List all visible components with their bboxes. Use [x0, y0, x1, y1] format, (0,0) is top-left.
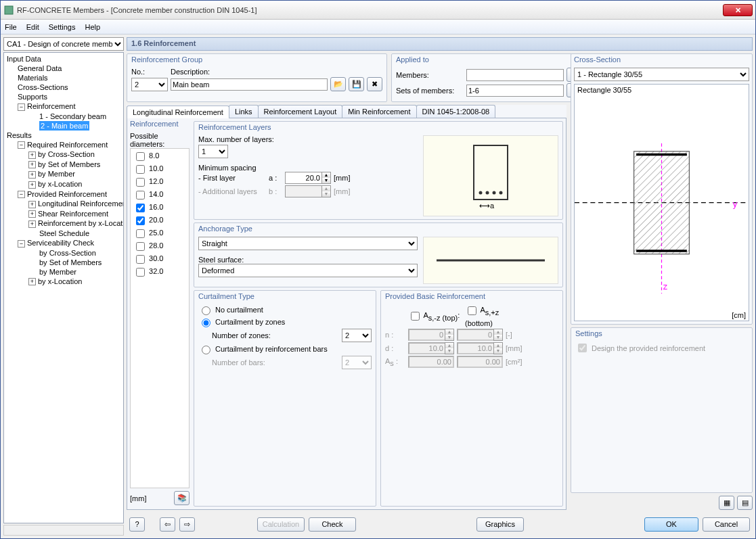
diam-30.0[interactable]: 30.0	[133, 253, 186, 266]
members-input[interactable]	[466, 69, 564, 81]
radio-no-curtail[interactable]	[202, 306, 210, 315]
bot-checkbox[interactable]	[468, 306, 476, 315]
svg-point-5	[499, 191, 503, 195]
top-checkbox[interactable]	[411, 312, 420, 321]
nav-tree[interactable]: Input Data General Data Materials Cross-…	[3, 52, 124, 523]
diam-25.0[interactable]: 25.0	[133, 227, 186, 240]
check-button[interactable]: Check	[309, 517, 356, 532]
collapse-icon[interactable]: −	[18, 141, 25, 149]
members-label: Members:	[396, 71, 464, 79]
possible-label: Possible diameters:	[130, 132, 190, 148]
case-select[interactable]: CA1 - Design of concrete memb	[3, 37, 124, 51]
diam-10.0[interactable]: 10.0	[133, 163, 186, 176]
max-layers-select[interactable]: 1	[198, 145, 228, 158]
collapse-icon[interactable]: −	[18, 191, 25, 198]
radio-zones[interactable]	[202, 319, 210, 327]
diam-8.0[interactable]: 8.0	[133, 150, 186, 163]
menu-settings[interactable]: Settings	[49, 23, 76, 31]
expand-icon[interactable]: +	[28, 210, 36, 218]
nzones-select[interactable]: 2	[342, 329, 372, 342]
surface-select[interactable]: Deformed	[198, 264, 418, 277]
anchorage-type-select[interactable]: Straight	[198, 237, 418, 250]
svg-text:y: y	[733, 199, 738, 209]
menu-edit[interactable]: Edit	[26, 23, 39, 31]
diam-14.0[interactable]: 14.0	[133, 189, 186, 202]
diam-20.0[interactable]: 20.0	[133, 214, 186, 227]
h-scrollbar[interactable]	[3, 525, 124, 536]
tab-layout[interactable]: Reinforcement Layout	[258, 105, 343, 118]
tree-req-cs[interactable]: +by Cross-Section	[4, 149, 123, 160]
d-bot-input: ▲▼	[457, 342, 503, 354]
menu-help[interactable]: Help	[85, 23, 100, 31]
tree-req-set[interactable]: +by Set of Members	[4, 160, 123, 170]
cancel-button[interactable]: Cancel	[703, 517, 750, 532]
tab-longitudinal[interactable]: Longitudinal Reinforcement	[127, 106, 229, 118]
expand-icon[interactable]: +	[28, 220, 36, 228]
delete-icon[interactable]: ✖	[367, 77, 382, 91]
tree-results[interactable]: Results	[4, 131, 123, 140]
next-icon[interactable]: ⇨	[179, 517, 195, 532]
diam-12.0[interactable]: 12.0	[133, 176, 186, 189]
diam-16.0[interactable]: 16.0	[133, 202, 186, 214]
library-icon[interactable]: 📚	[174, 491, 190, 505]
folder-open-icon[interactable]: 📂	[330, 77, 346, 91]
tree-req-x[interactable]: +by x-Location	[4, 179, 123, 189]
tree-cross-sections[interactable]: Cross-Sections	[4, 83, 123, 92]
graphics-button[interactable]: Graphics	[476, 517, 524, 532]
tree-reinforcement[interactable]: −Reinforcement	[4, 101, 123, 112]
tree-supports[interactable]: Supports	[4, 92, 123, 101]
help-icon[interactable]: ?	[129, 517, 145, 532]
tree-prov-x[interactable]: +Reinforcement by x-Location	[4, 218, 123, 229]
sets-input[interactable]	[466, 85, 564, 97]
expand-icon[interactable]: +	[28, 278, 36, 285]
window: RF-CONCRETE Members - [Concrete member c…	[0, 0, 756, 539]
save-icon[interactable]: 💾	[349, 77, 364, 91]
tree-serv-cs[interactable]: by Cross-Section	[4, 248, 123, 258]
calculation-button[interactable]: Calculation	[257, 517, 305, 532]
collapse-icon[interactable]: −	[18, 103, 25, 111]
tree-req-member[interactable]: +by Member	[4, 169, 123, 179]
view-icon-1[interactable]: ▦	[719, 496, 734, 510]
tree-prov-shear[interactable]: +Shear Reinforcement	[4, 209, 123, 219]
diameter-list: 8.0 10.0 12.0 14.0 16.0 20.0 25.0 28.0 3…	[130, 148, 190, 488]
tab-din[interactable]: DIN 1045-1:2008-08	[416, 105, 496, 118]
tree-input-data[interactable]: Input Data	[4, 54, 123, 64]
desc-input[interactable]	[171, 78, 328, 91]
expand-icon[interactable]: +	[28, 201, 36, 208]
no-label: No.:	[131, 68, 168, 76]
tree-provided[interactable]: −Provided Reinforcement	[4, 189, 123, 200]
diam-32.0[interactable]: 32.0	[133, 266, 186, 279]
tree-serv-set[interactable]: by Set of Members	[4, 258, 123, 267]
expand-icon[interactable]: +	[28, 171, 36, 179]
tree-serviceability[interactable]: −Serviceability Check	[4, 238, 123, 248]
cs-label: Rectangle 30/55	[575, 85, 749, 95]
ok-button[interactable]: OK	[644, 517, 698, 532]
tree-main-beam[interactable]: 2 - Main beam	[39, 121, 89, 131]
first-spacing-input[interactable]: ▲▼	[285, 172, 331, 184]
collapse-icon[interactable]: −	[18, 240, 25, 248]
close-button[interactable]: ✕	[723, 4, 753, 16]
tree-secondary-beam[interactable]: 1 - Secondary beam	[4, 112, 123, 121]
tree-steel-schedule[interactable]: Steel Schedule	[4, 229, 123, 238]
cross-section-select[interactable]: 1 - Rectangle 30/55	[574, 68, 749, 81]
no-select[interactable]: 2	[131, 78, 168, 91]
expand-icon[interactable]: +	[28, 181, 36, 189]
view-icon-2[interactable]: ▤	[737, 496, 753, 510]
tree-prov-long[interactable]: +Longitudinal Reinforcement	[4, 199, 123, 209]
tab-min[interactable]: Min Reinforcement	[342, 105, 416, 118]
unit-label: [mm]	[130, 494, 146, 502]
diam-28.0[interactable]: 28.0	[133, 240, 186, 253]
expand-icon[interactable]: +	[28, 151, 36, 159]
menu-file[interactable]: File	[5, 23, 17, 31]
radio-bars[interactable]	[202, 346, 210, 354]
tree-required[interactable]: −Required Reinforcement	[4, 140, 123, 150]
tree-serv-x[interactable]: +by x-Location	[4, 277, 123, 287]
expand-icon[interactable]: +	[28, 161, 36, 168]
prev-icon[interactable]: ⇦	[160, 517, 175, 532]
min-spacing-label: Minimum spacing	[198, 164, 418, 172]
tree-serv-member[interactable]: by Member	[4, 267, 123, 277]
tab-links[interactable]: Links	[229, 105, 259, 118]
tree-materials[interactable]: Materials	[4, 73, 123, 83]
titlebar: RF-CONCRETE Members - [Concrete member c…	[1, 1, 755, 20]
tree-general[interactable]: General Data	[4, 64, 123, 73]
